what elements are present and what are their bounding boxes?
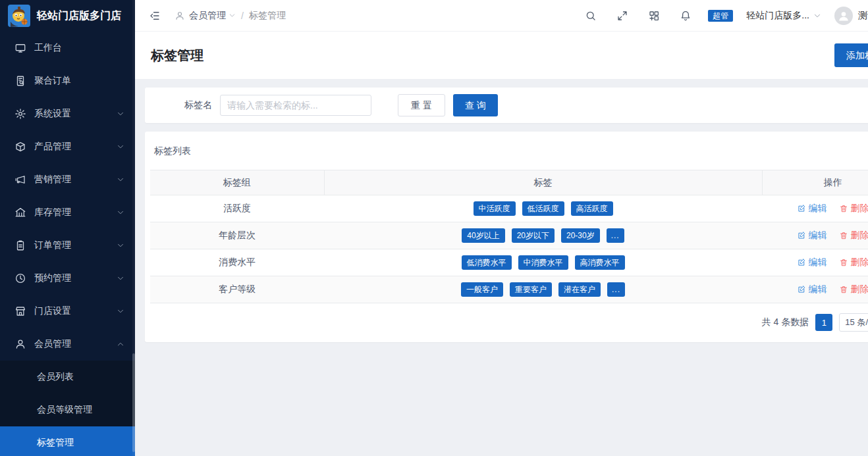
sidebar-subitem-2[interactable]: 标签管理 (0, 426, 135, 456)
sidebar-item-7[interactable]: 预约管理 (0, 262, 135, 295)
sidebar: 轻站门店版多门店 工作台聚合订单系统设置产品管理营销管理库存管理订单管理预约管理… (0, 0, 135, 456)
edit-button[interactable]: 编辑 (797, 284, 827, 295)
sidebar-menu: 工作台聚合订单系统设置产品管理营销管理库存管理订单管理预约管理门店设置会员管理会… (0, 32, 135, 456)
operations-cell: 编辑删除 (762, 249, 868, 276)
order-search-icon (14, 75, 26, 87)
sidebar-item-6[interactable]: 订单管理 (0, 229, 135, 262)
sidebar-item-0[interactable]: 工作台 (0, 32, 135, 64)
chevron-down-icon (229, 12, 236, 19)
content: 标签名 重 置 查 询 标签列表 标签组 标签 操作 (135, 79, 868, 456)
tag-table: 标签组 标签 操作 活跃度中活跃度低活跃度高活跃度编辑删除年龄层次40岁以上20… (150, 170, 868, 303)
clock-icon (14, 272, 26, 284)
tag-chip[interactable]: 重要客户 (510, 282, 552, 297)
fullscreen-icon[interactable] (613, 7, 632, 25)
edit-button[interactable]: 编辑 (797, 203, 827, 215)
search-card: 标签名 重 置 查 询 (145, 88, 868, 123)
tenant-selector[interactable]: 轻站门店版多... (746, 10, 821, 22)
query-button[interactable]: 查 询 (453, 94, 498, 116)
tag-more-chip[interactable]: ... (607, 282, 625, 297)
chevron-down-icon (117, 274, 124, 282)
delete-button[interactable]: 删除 (839, 203, 868, 215)
delete-button[interactable]: 删除 (839, 284, 868, 295)
sidebar-item-2[interactable]: 系统设置 (0, 97, 135, 130)
chevron-down-icon (813, 12, 821, 20)
sidebar-item-3[interactable]: 产品管理 (0, 130, 135, 163)
topbar: 会员管理 / 标签管理 超管 轻站门店版多... 测试账号 (135, 0, 868, 32)
sidebar-item-label: 门店设置 (34, 305, 117, 317)
edit-icon (797, 204, 806, 213)
sidebar-item-1[interactable]: 聚合订单 (0, 64, 135, 97)
column-header-operations: 操作 (762, 170, 868, 195)
edit-button-label: 编辑 (809, 203, 827, 215)
tag-chip[interactable]: 低活跃度 (522, 201, 564, 216)
clipboard-icon (14, 240, 26, 251)
tag-chip[interactable]: 中消费水平 (518, 255, 568, 270)
tag-chip[interactable]: 潜在客户 (558, 282, 601, 297)
delete-button-label: 删除 (851, 230, 868, 241)
sidebar-item-5[interactable]: 库存管理 (0, 196, 135, 229)
tag-name-input[interactable] (220, 95, 371, 116)
tag-chip[interactable]: 一般客户 (461, 282, 503, 297)
edit-button[interactable]: 编辑 (797, 257, 827, 268)
edit-icon (797, 285, 806, 294)
apps-grid-icon[interactable] (645, 7, 663, 25)
account-menu[interactable]: 测试账号 (834, 7, 868, 25)
reset-button[interactable]: 重 置 (398, 94, 445, 116)
operations-cell: 编辑删除 (762, 276, 868, 303)
sidebar-item-label: 库存管理 (34, 207, 117, 218)
topbar-right: 超管 轻站门店版多... 测试账号 (582, 7, 868, 25)
trash-icon (839, 285, 848, 294)
table-row: 年龄层次40岁以上20岁以下20-30岁...编辑删除 (150, 222, 868, 249)
edit-button[interactable]: 编辑 (797, 230, 827, 241)
app-logo-icon (8, 5, 30, 27)
breadcrumb-parent[interactable]: 会员管理 (189, 10, 236, 22)
edit-icon (797, 231, 806, 240)
store-icon (14, 305, 26, 317)
tag-chip[interactable]: 高活跃度 (571, 201, 613, 216)
sidebar-item-9[interactable]: 会员管理 (0, 328, 135, 361)
chevron-down-icon (117, 307, 124, 315)
tags-cell: 低消费水平中消费水平高消费水平 (324, 249, 762, 276)
tag-chip[interactable]: 中活跃度 (474, 201, 516, 216)
pagination-page-1[interactable]: 1 (815, 314, 832, 331)
tag-chip[interactable]: 20岁以下 (512, 228, 555, 243)
table-header-row: 标签组 标签 操作 (150, 170, 868, 195)
sidebar-submenu: 会员列表会员等级管理标签管理 (0, 361, 135, 456)
tag-chip[interactable]: 低消费水平 (462, 255, 512, 270)
page-size-select[interactable]: 15 条/页 (839, 313, 868, 332)
sidebar-subitem-1[interactable]: 会员等级管理 (0, 393, 135, 426)
add-tag-button[interactable]: 添加标签 (834, 43, 868, 67)
tag-more-chip[interactable]: ... (607, 228, 624, 243)
breadcrumb-separator: / (241, 11, 244, 21)
operations-cell: 编辑删除 (762, 195, 868, 222)
trash-icon (839, 204, 848, 213)
sidebar-item-4[interactable]: 营销管理 (0, 163, 135, 196)
delete-button[interactable]: 删除 (839, 257, 868, 268)
sidebar-item-label: 聚合订单 (34, 75, 124, 87)
sidebar-collapse-icon[interactable] (146, 7, 164, 25)
tag-group-cell: 年龄层次 (150, 222, 324, 249)
tag-group-cell: 客户等级 (150, 276, 324, 303)
sidebar-subitem-label: 会员列表 (37, 371, 74, 383)
tag-chip[interactable]: 40岁以上 (462, 228, 504, 243)
table-row: 活跃度中活跃度低活跃度高活跃度编辑删除 (150, 195, 868, 222)
sidebar-item-label: 订单管理 (34, 240, 117, 251)
role-badge[interactable]: 超管 (708, 10, 733, 22)
sidebar-scrollbar-thumb[interactable] (132, 353, 135, 452)
sidebar-subitem-0[interactable]: 会员列表 (0, 361, 135, 393)
tag-chip[interactable]: 20-30岁 (561, 228, 600, 243)
delete-button[interactable]: 删除 (839, 230, 868, 241)
chevron-down-icon (117, 143, 124, 151)
sidebar-scrollbar[interactable] (132, 0, 135, 456)
breadcrumb-current: 标签管理 (249, 10, 286, 22)
app-root: 轻站门店版多门店 工作台聚合订单系统设置产品管理营销管理库存管理订单管理预约管理… (0, 0, 868, 456)
pagination-total: 共 4 条数据 (762, 317, 809, 328)
search-icon[interactable] (582, 7, 600, 25)
notification-bell-icon[interactable] (676, 7, 695, 25)
trash-icon (839, 258, 848, 267)
delete-button-label: 删除 (851, 203, 868, 215)
page-size-value: 15 条/页 (845, 317, 868, 328)
sidebar-item-8[interactable]: 门店设置 (0, 295, 135, 328)
tag-chip[interactable]: 高消费水平 (575, 255, 625, 270)
page-title: 标签管理 (151, 47, 203, 64)
